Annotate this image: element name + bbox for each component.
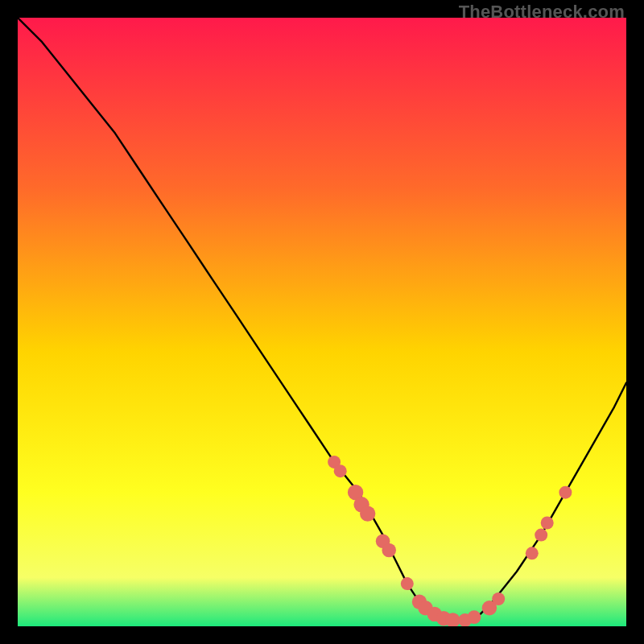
- curve-marker: [541, 517, 554, 530]
- bottleneck-chart: [18, 18, 626, 626]
- curve-marker: [382, 543, 396, 558]
- curve-marker: [468, 610, 481, 624]
- curve-marker: [559, 486, 572, 499]
- chart-frame: [18, 18, 626, 626]
- curve-marker: [360, 506, 375, 521]
- curve-marker: [526, 547, 539, 559]
- curve-marker: [401, 577, 414, 590]
- curve-marker: [535, 529, 547, 542]
- watermark-text: TheBottleneck.com: [459, 2, 625, 23]
- curve-marker: [492, 592, 505, 605]
- curve-marker: [334, 464, 347, 477]
